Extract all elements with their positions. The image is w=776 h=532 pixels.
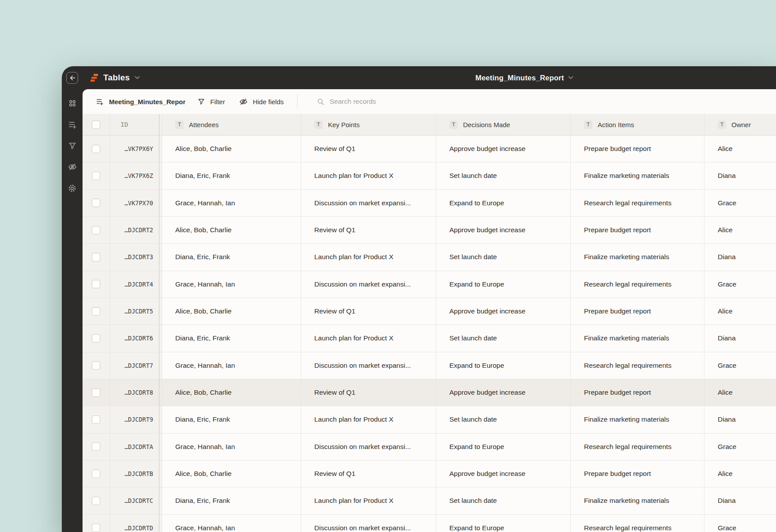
cell-action_items[interactable]: Prepare budget report xyxy=(570,217,704,243)
cell-attendees[interactable]: Alice, Bob, Charlie xyxy=(162,460,301,487)
cell-decisions_made[interactable]: Expand to Europe xyxy=(436,190,570,216)
cell-attendees[interactable]: Grace, Hannah, Ian xyxy=(162,271,301,298)
cell-owner[interactable]: Diana xyxy=(704,487,776,514)
cell-action_items[interactable]: Research legal requirements xyxy=(570,271,704,298)
row-select-cell[interactable] xyxy=(83,271,109,298)
cell-decisions_made[interactable]: Approve budget increase xyxy=(436,136,570,162)
cell-id[interactable]: …DJCDRT9 xyxy=(109,406,159,433)
cell-id[interactable]: …DJCDRTB xyxy=(109,460,159,487)
cell-key_points[interactable]: Review of Q1 xyxy=(301,460,436,487)
cell-key_points[interactable]: Discussion on market expansi... xyxy=(301,434,436,460)
cell-decisions_made[interactable]: Expand to Europe xyxy=(436,434,570,460)
cell-owner[interactable]: Diana xyxy=(704,406,776,433)
column-header-attendees[interactable]: TAttendees xyxy=(162,114,301,136)
row-select-cell[interactable] xyxy=(83,460,109,487)
cell-action_items[interactable]: Finalize marketing materials xyxy=(570,325,704,351)
row-select-cell[interactable] xyxy=(83,352,109,379)
cell-key_points[interactable]: Review of Q1 xyxy=(301,136,436,162)
row-select-cell[interactable] xyxy=(83,190,109,216)
row-checkbox[interactable] xyxy=(92,415,100,424)
cell-action_items[interactable]: Prepare budget report xyxy=(570,460,704,487)
cell-attendees[interactable]: Grace, Hannah, Ian xyxy=(162,352,301,379)
row-checkbox[interactable] xyxy=(92,172,100,180)
cell-owner[interactable]: Grace xyxy=(704,515,776,532)
cell-id[interactable]: …DJCDRT2 xyxy=(109,217,159,243)
cell-id[interactable]: …DJCDRT8 xyxy=(109,379,159,406)
cell-action_items[interactable]: Prepare budget report xyxy=(570,136,704,162)
row-select-cell[interactable] xyxy=(83,487,109,514)
row-select-cell[interactable] xyxy=(83,217,109,243)
cell-owner[interactable]: Grace xyxy=(704,434,776,460)
cell-attendees[interactable]: Diana, Eric, Frank xyxy=(162,406,301,433)
cell-decisions_made[interactable]: Set launch date xyxy=(436,325,570,351)
select-all-cell[interactable] xyxy=(83,114,109,136)
cell-owner[interactable]: Grace xyxy=(704,352,776,379)
row-select-cell[interactable] xyxy=(83,434,109,460)
cell-owner[interactable]: Grace xyxy=(704,271,776,298)
view-name-button[interactable]: Meeting_Minutes_Repor xyxy=(96,98,185,106)
cell-decisions_made[interactable]: Approve budget increase xyxy=(436,379,570,406)
cell-decisions_made[interactable]: Approve budget increase xyxy=(436,217,570,243)
cell-key_points[interactable]: Review of Q1 xyxy=(301,217,436,243)
row-select-cell[interactable] xyxy=(83,379,109,406)
cell-action_items[interactable]: Research legal requirements xyxy=(570,352,704,379)
cell-attendees[interactable]: Grace, Hannah, Ian xyxy=(162,515,301,532)
cell-key_points[interactable]: Review of Q1 xyxy=(301,298,436,324)
cell-attendees[interactable]: Grace, Hannah, Ian xyxy=(162,434,301,460)
row-select-cell[interactable] xyxy=(83,406,109,433)
cell-owner[interactable]: Diana xyxy=(704,325,776,351)
cell-key_points[interactable]: Discussion on market expansi... xyxy=(301,515,436,532)
cell-key_points[interactable]: Discussion on market expansi... xyxy=(301,190,436,216)
cell-id[interactable]: …DJCDRT6 xyxy=(109,325,159,351)
cell-id[interactable]: …DJCDRT4 xyxy=(109,271,159,298)
cell-key_points[interactable]: Launch plan for Product X xyxy=(301,244,436,270)
row-checkbox[interactable] xyxy=(92,307,100,316)
row-checkbox[interactable] xyxy=(92,442,100,451)
column-header-action_items[interactable]: TAction Items xyxy=(570,114,704,136)
filter-button[interactable]: Filter xyxy=(198,98,225,106)
cell-decisions_made[interactable]: Set launch date xyxy=(436,487,570,514)
cell-action_items[interactable]: Finalize marketing materials xyxy=(570,406,704,433)
select-all-checkbox[interactable] xyxy=(92,121,100,129)
column-header-key_points[interactable]: TKey Points xyxy=(301,114,436,136)
settings-icon[interactable] xyxy=(68,184,77,192)
column-header-decisions_made[interactable]: TDecisions Made xyxy=(436,114,570,136)
filter-icon[interactable] xyxy=(68,141,77,150)
cell-action_items[interactable]: Research legal requirements xyxy=(570,515,704,532)
cell-owner[interactable]: Alice xyxy=(704,379,776,406)
cell-id[interactable]: …DJCDRTD xyxy=(109,515,159,532)
cell-owner[interactable]: Alice xyxy=(704,298,776,324)
cell-action_items[interactable]: Finalize marketing materials xyxy=(570,162,704,189)
cell-action_items[interactable]: Research legal requirements xyxy=(570,434,704,460)
cell-decisions_made[interactable]: Expand to Europe xyxy=(436,271,570,298)
cell-decisions_made[interactable]: Set launch date xyxy=(436,244,570,270)
row-checkbox[interactable] xyxy=(92,524,100,532)
cell-key_points[interactable]: Launch plan for Product X xyxy=(301,487,436,514)
cell-decisions_made[interactable]: Approve budget increase xyxy=(436,460,570,487)
cell-decisions_made[interactable]: Set launch date xyxy=(436,162,570,189)
cell-decisions_made[interactable]: Approve budget increase xyxy=(436,298,570,324)
column-header-owner[interactable]: TOwner xyxy=(704,114,776,136)
cell-key_points[interactable]: Review of Q1 xyxy=(301,379,436,406)
cell-key_points[interactable]: Discussion on market expansi... xyxy=(301,352,436,379)
row-checkbox[interactable] xyxy=(92,145,100,153)
row-checkbox[interactable] xyxy=(92,280,100,288)
cell-attendees[interactable]: Diana, Eric, Frank xyxy=(162,162,301,189)
cell-id[interactable]: …DJCDRTA xyxy=(109,434,159,460)
row-select-cell[interactable] xyxy=(83,298,109,324)
cell-key_points[interactable]: Discussion on market expansi... xyxy=(301,271,436,298)
cell-attendees[interactable]: Alice, Bob, Charlie xyxy=(162,136,301,162)
row-checkbox[interactable] xyxy=(92,199,100,207)
create-view-icon[interactable] xyxy=(68,120,77,129)
cell-decisions_made[interactable]: Set launch date xyxy=(436,406,570,433)
row-checkbox[interactable] xyxy=(92,389,100,397)
back-button[interactable] xyxy=(66,72,78,84)
cell-key_points[interactable]: Launch plan for Product X xyxy=(301,162,436,189)
cell-attendees[interactable]: Grace, Hannah, Ian xyxy=(162,190,301,216)
cell-id[interactable]: …DJCDRT5 xyxy=(109,298,159,324)
row-select-cell[interactable] xyxy=(83,515,109,532)
row-checkbox[interactable] xyxy=(92,361,100,370)
cell-attendees[interactable]: Alice, Bob, Charlie xyxy=(162,298,301,324)
hide-fields-icon[interactable] xyxy=(68,162,77,171)
row-select-cell[interactable] xyxy=(83,162,109,189)
